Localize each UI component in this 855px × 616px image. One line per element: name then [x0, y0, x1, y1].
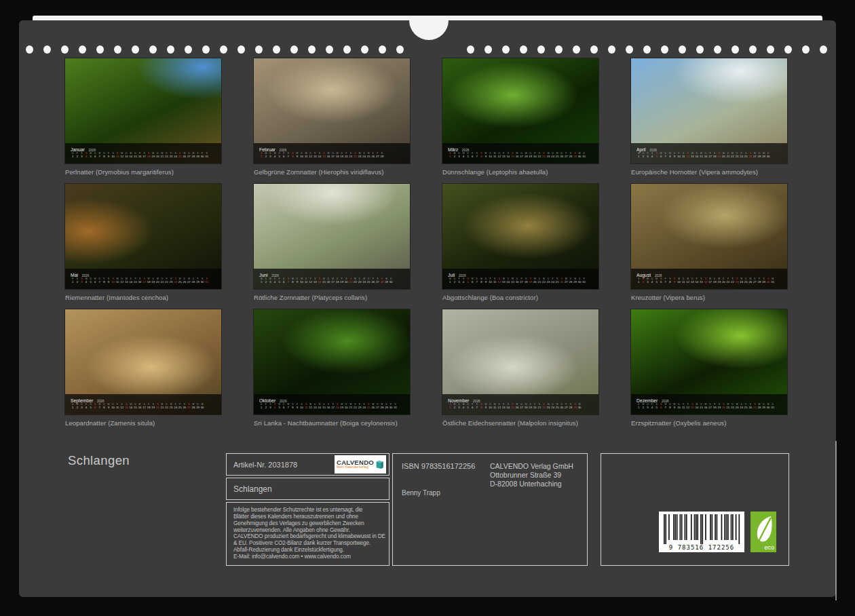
binding-hole: [784, 45, 792, 54]
mini-calendar-strip: März 2026 S1M2D3M4D5F6S7S8M9D10M11D12F13…: [442, 143, 598, 163]
article-number-cell: Artikel-Nr. 2031878 CALVENDO Mein Kalend…: [226, 453, 390, 476]
mini-day: M30: [200, 403, 205, 408]
mini-day: D17: [142, 403, 147, 408]
mini-day: S18: [147, 152, 151, 157]
mini-day: D31: [770, 403, 775, 408]
mini-day: F18: [147, 403, 151, 408]
mini-day: M30: [577, 403, 582, 408]
mini-day: S17: [142, 277, 147, 283]
hanging-hole: [409, 20, 449, 40]
month-photo: Dezember 2026 D1M2D3F4S5S6M7D8M9D10F11S1…: [631, 309, 787, 415]
mini-day: M17: [330, 277, 335, 283]
mini-calendar-strip: Oktober 2026 D1F2S3S4M5D6M7D8F9S10S11M12…: [254, 394, 410, 415]
month-photo: September 2026 D1M2D3F4S5S6M7D8M9D10F11S…: [65, 309, 221, 415]
binding-hole: [379, 45, 386, 54]
binding-hole: [308, 45, 316, 54]
binding-hole: [502, 45, 510, 54]
mini-day: S28: [380, 152, 385, 157]
month-caption: Rötliche Zornnatter (Platyceps collaris): [254, 294, 410, 301]
mini-day: S26: [748, 403, 753, 408]
binding-hole: [43, 45, 51, 54]
mini-day: D18: [335, 277, 340, 283]
page-edge-highlight: [835, 441, 837, 600]
month-caption: Perlnatter (Drymobius margaritiferus): [65, 168, 221, 176]
mini-calendar-strip: Juli 2026 M1D2F3S4S5M6D7M8D9F10S11S12M13…: [442, 269, 598, 289]
mini-day-row: S1M2D3M4D5F6S7S8M9D10M11D12F13S14S15M16D…: [259, 152, 384, 158]
mini-day: F18: [712, 403, 717, 408]
month-caption: Dünnschlange (Leptophis ahaetulla): [442, 168, 598, 176]
binding-hole: [290, 45, 298, 54]
mini-day: S1: [448, 403, 453, 408]
mini-day: D26: [183, 277, 187, 283]
mini-day-row: M1D2F3S4S5M6D7M8D9F10S11S12M13D14M15D16F…: [448, 277, 586, 284]
series-title: Schlangen: [233, 484, 272, 494]
mini-calendar-strip: September 2026 D1M2D3F4S5S6M7D8M9D10F11S…: [65, 394, 221, 415]
mini-day: F25: [744, 403, 748, 408]
isbn-number: ISBN 9783516172256: [402, 462, 475, 470]
binding-hole: [661, 45, 668, 54]
month-photo: April 2026 M1D2F3S4S5M6D7M8D9F10S11S12M1…: [631, 58, 787, 163]
month-caption: Riemennatter (Imantodes cenchoa): [65, 294, 221, 301]
mini-day: F25: [178, 403, 183, 408]
month-name: Juni: [259, 272, 267, 277]
mini-day: S9: [672, 277, 677, 283]
mini-day: S31: [393, 403, 398, 408]
mini-day: F31: [582, 277, 586, 283]
binding-hole: [273, 45, 280, 54]
mini-day: M26: [183, 152, 187, 157]
month-name: Dezember: [636, 398, 658, 402]
month-caption: Sri Lanka - Nachtbaumnatter (Boiga ceylo…: [254, 419, 410, 427]
binding-hole: [696, 45, 704, 54]
mini-calendar-strip: April 2026 M1D2F3S4S5M6D7M8D9F10S11S12M1…: [631, 143, 787, 163]
binding-hole: [149, 45, 157, 54]
info-left-column: Artikel-Nr. 2031878 CALVENDO Mein Kalend…: [226, 453, 390, 566]
mini-day: D31: [582, 152, 586, 157]
binding-hole: [573, 45, 580, 54]
month-year: 2026: [82, 273, 90, 277]
binding-hole: [749, 45, 757, 54]
mini-day: S1: [259, 152, 264, 157]
month-thumbnail: November 2026 S1M2D3M4D5F6S7S8M9D10M11D1…: [442, 309, 598, 427]
mini-day-row: D1F2S3S4M5D6M7D8F9S10S11M12D13M14D15F16S…: [71, 152, 209, 158]
month-photo: Oktober 2026 D1F2S3S4M5D6M7D8F9S10S11M12…: [254, 309, 410, 415]
calendar-title: Schlangen: [68, 453, 130, 468]
month-year: 2026: [89, 148, 96, 151]
mini-day: D26: [560, 403, 565, 408]
mini-day: M9: [107, 403, 111, 408]
mini-day: M17: [708, 277, 712, 283]
month-caption: Östliche Eidechsennatter (Malpolon insig…: [442, 419, 598, 427]
mini-day-row: M1D2M3D4F5S6S7M8D9M10D11F12S13S14M15D16M…: [259, 277, 393, 284]
mini-calendar-strip: Juni 2026 M1D2M3D4F5S6S7M8D9M10D11F12S13…: [254, 269, 410, 289]
mini-day: S31: [204, 277, 209, 283]
binding-hole: [343, 45, 351, 54]
month-caption: Leopardnatter (Zamenis situla): [65, 419, 221, 427]
month-thumbnail: August 2026 S1S2M3D4M5D6F7S8S9M10D11M12D…: [631, 184, 787, 301]
mini-day: S25: [744, 152, 748, 157]
binding-hole: [767, 45, 774, 54]
calendar-back-cover: Januar 2026 D1F2S3S4M5D6M7D8F9S10S11M12D…: [19, 20, 836, 597]
binding-hole: [96, 45, 104, 54]
binding-hole: [255, 45, 263, 54]
month-thumbnail: September 2026 D1M2D3F4S5S6M7D8M9D10F11S…: [65, 309, 221, 427]
month-year: 2026: [655, 273, 662, 277]
mini-day: D1: [259, 403, 264, 408]
binding-hole: [820, 45, 827, 54]
mini-day: F1: [71, 277, 75, 283]
month-caption: Kreuzotter (Vipera berus): [631, 294, 787, 301]
mini-day: D17: [330, 152, 335, 157]
binding-hole: [555, 45, 563, 54]
mini-day: S17: [142, 152, 147, 157]
mini-calendar-strip: Januar 2026 D1F2S3S4M5D6M7D8F9S10S11M12D…: [65, 143, 221, 163]
month-photo: August 2026 S1S2M3D4M5D6F7S8S9M10D11M12D…: [631, 184, 787, 289]
month-caption: Europäische Hornotter (Vipera ammodytes): [631, 168, 787, 176]
mini-day: S26: [748, 152, 753, 157]
mini-day-row: D1M2D3F4S5S6M7D8M9D10F11S12S13M14D15M16D…: [636, 403, 775, 409]
binding-hole: [626, 45, 633, 54]
mini-day: M1: [448, 277, 453, 283]
mini-day: D9: [484, 277, 489, 283]
month-photo: Januar 2026 D1F2S3S4M5D6M7D8F9S10S11M12D…: [65, 58, 221, 163]
mini-day: M25: [555, 152, 560, 157]
month-name: Februar: [259, 147, 276, 151]
month-thumbnail: Juni 2026 M1D2M3D4F5S6S7M8D9M10D11F12S13…: [254, 184, 410, 301]
month-year: 2026: [97, 399, 104, 402]
